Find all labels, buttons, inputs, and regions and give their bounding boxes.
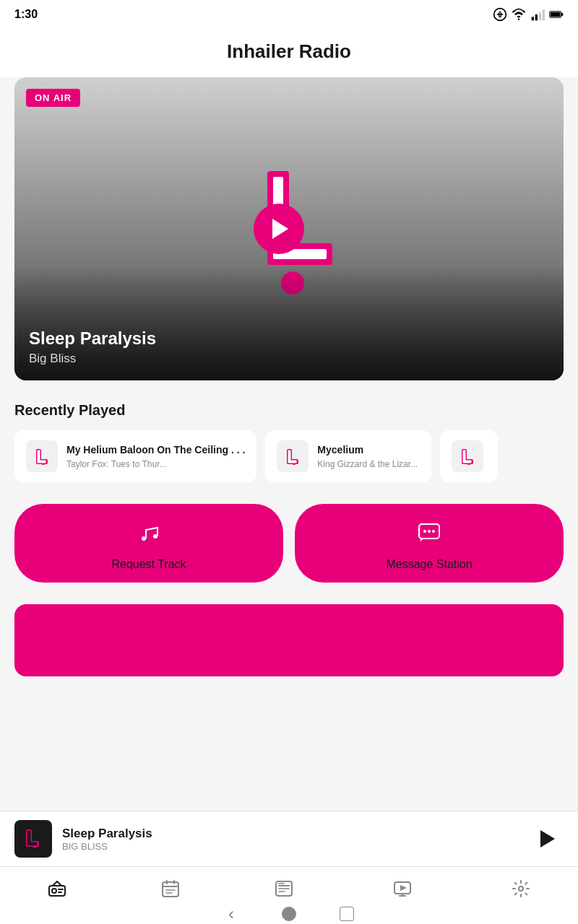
svg-point-2 bbox=[518, 18, 520, 19]
message-station-label: Message Station bbox=[386, 558, 472, 571]
message-station-button[interactable]: Message Station bbox=[295, 504, 564, 583]
request-track-button[interactable]: Request Track bbox=[14, 504, 283, 583]
card-track-info: Sleep Paralysis Big Bliss bbox=[29, 328, 156, 366]
mini-player-avatar bbox=[14, 820, 52, 858]
mini-player-info: Sleep Paralysis BIG BLISS bbox=[62, 827, 522, 852]
rp-logo-icon-3 bbox=[452, 440, 483, 472]
promo-banner[interactable] bbox=[14, 604, 564, 676]
rp-track-1: My Helium Baloon On The Ceiling . . . bbox=[66, 443, 245, 456]
svg-rect-5 bbox=[539, 12, 541, 21]
svg-point-35 bbox=[432, 530, 435, 533]
svg-rect-18 bbox=[38, 450, 40, 461]
svg-point-42 bbox=[52, 889, 56, 893]
svg-rect-24 bbox=[288, 461, 297, 463]
gesture-bar bbox=[0, 904, 578, 924]
svg-rect-19 bbox=[38, 461, 46, 463]
status-bar: 1:30 bbox=[0, 0, 578, 29]
radio-icon bbox=[47, 879, 67, 899]
home-gesture[interactable] bbox=[282, 907, 296, 921]
status-time: 1:30 bbox=[14, 8, 38, 21]
svg-rect-9 bbox=[551, 12, 561, 17]
recently-played-section: Recently Played My Helium Baloon On The … bbox=[14, 402, 564, 482]
chat-bubble-icon bbox=[416, 520, 442, 551]
svg-rect-4 bbox=[535, 14, 538, 20]
rp-artist-1: Taylor Fox: Tues to Thur... bbox=[66, 459, 245, 469]
on-air-badge: ON AIR bbox=[26, 89, 80, 107]
svg-point-60 bbox=[519, 886, 523, 891]
mini-player-artist: BIG BLISS bbox=[62, 841, 522, 852]
svg-rect-28 bbox=[463, 450, 466, 461]
settings-icon bbox=[511, 879, 531, 899]
svg-point-34 bbox=[428, 530, 431, 533]
svg-point-30 bbox=[142, 536, 146, 541]
mini-player[interactable]: Sleep Paralysis BIG BLISS bbox=[0, 811, 578, 866]
rp-info-2: Mycelium King Gizzard & the Lizar... bbox=[317, 443, 420, 468]
rp-artist-2: King Gizzard & the Lizar... bbox=[317, 459, 420, 469]
svg-point-31 bbox=[153, 534, 158, 539]
schedule-icon bbox=[160, 879, 181, 899]
recently-played-title: Recently Played bbox=[14, 402, 564, 419]
on-demand-icon bbox=[392, 879, 413, 899]
recently-played-item-2[interactable]: Mycelium King Gizzard & the Lizar... bbox=[265, 430, 431, 482]
request-track-label: Request Track bbox=[111, 558, 186, 571]
now-playing-card[interactable]: ON AIR Sleep Paralysis Big Bl bbox=[14, 77, 564, 380]
card-track-artist: Big Bliss bbox=[29, 352, 156, 366]
rp-logo-icon-1 bbox=[26, 440, 58, 472]
battery-icon bbox=[549, 7, 564, 22]
action-buttons: Request Track Message Station bbox=[14, 504, 564, 583]
recently-played-item-3[interactable] bbox=[440, 430, 498, 482]
status-icons bbox=[493, 7, 564, 22]
back-gesture[interactable] bbox=[224, 907, 238, 921]
signal-icon bbox=[530, 7, 545, 22]
rp-info-1: My Helium Baloon On The Ceiling . . . Ta… bbox=[66, 443, 245, 468]
data-icon bbox=[493, 7, 507, 22]
card-artwork: Sleep Paralysis Big Bliss bbox=[14, 77, 564, 380]
svg-rect-23 bbox=[288, 450, 291, 461]
svg-rect-6 bbox=[543, 9, 545, 20]
recently-played-list: My Helium Baloon On The Ceiling . . . Ta… bbox=[14, 430, 564, 482]
wifi-icon bbox=[512, 7, 526, 22]
svg-marker-59 bbox=[400, 885, 407, 891]
recents-gesture[interactable] bbox=[340, 907, 354, 921]
main-content: ON AIR Sleep Paralysis Big Bl bbox=[0, 77, 578, 676]
svg-rect-29 bbox=[463, 461, 472, 463]
play-button[interactable] bbox=[254, 204, 304, 254]
card-track-title: Sleep Paralysis bbox=[29, 328, 156, 349]
app-title: Inhailer Radio bbox=[14, 40, 564, 63]
recently-played-item[interactable]: My Helium Baloon On The Ceiling . . . Ta… bbox=[14, 430, 256, 482]
svg-rect-3 bbox=[532, 17, 534, 20]
mini-player-title: Sleep Paralysis bbox=[62, 827, 522, 841]
app-title-bar: Inhailer Radio bbox=[0, 29, 578, 77]
svg-rect-40 bbox=[27, 842, 38, 846]
svg-rect-45 bbox=[163, 882, 178, 897]
rp-logo-icon-2 bbox=[277, 440, 309, 472]
news-icon bbox=[274, 879, 294, 899]
svg-point-33 bbox=[423, 530, 426, 533]
svg-rect-8 bbox=[561, 13, 563, 16]
svg-rect-39 bbox=[27, 831, 31, 843]
rp-track-2: Mycelium bbox=[317, 443, 420, 456]
music-note-icon bbox=[136, 520, 162, 551]
mini-player-play-button[interactable] bbox=[532, 823, 564, 855]
